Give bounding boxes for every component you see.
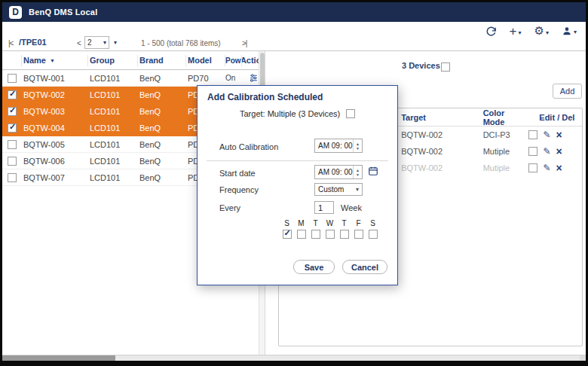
chevron-down-icon: ▾ [546, 29, 549, 37]
row-checkbox[interactable] [8, 90, 17, 99]
column-brand[interactable]: Brand [138, 55, 186, 66]
column-color-mode: Color Mode [474, 108, 527, 127]
row-checkbox-cell [2, 140, 22, 149]
device-group: LCD101 [88, 107, 138, 116]
weekday-checkbox[interactable] [283, 230, 292, 239]
refresh-button[interactable] [485, 26, 497, 37]
last-page-button[interactable]: >| [242, 39, 247, 47]
add-schedule-button[interactable]: Add [553, 84, 582, 99]
app-title: BenQ DMS Local [29, 8, 97, 17]
row-checkbox[interactable] [8, 107, 17, 116]
target-checkbox[interactable] [346, 109, 355, 118]
schedule-target: BQTW-002 [395, 163, 473, 172]
header-toolbar: + ▾ ⚙ ▾ ▾ |< /TPE01 < 2 ▾ ▾ 1 - 500 (tot… [2, 22, 586, 51]
device-brand: BenQ [138, 74, 186, 83]
row-checkbox[interactable] [8, 173, 17, 182]
spin-down-icon: ▼ [356, 146, 360, 151]
settings-button[interactable]: ⚙ ▾ [534, 25, 549, 37]
table-row[interactable]: BQTW-001 LCD101 BenQ PD70 On [2, 70, 265, 87]
row-checkbox[interactable] [8, 140, 17, 149]
save-button[interactable]: Save [293, 260, 335, 274]
weekday-label: T [341, 219, 346, 227]
refresh-icon [485, 26, 497, 37]
dialog-divider [207, 160, 388, 161]
weekday-label: S [370, 219, 375, 227]
every-unit-label: Week [341, 203, 362, 212]
sort-desc-icon: ▼ [50, 58, 55, 63]
add-device-button[interactable]: + ▾ [510, 26, 522, 37]
weekday-item: T [337, 219, 351, 239]
schedule-color-mode: DCI-P3 [474, 130, 527, 139]
column-name[interactable]: Name▼ [22, 55, 88, 66]
device-name: BQTW-004 [22, 124, 88, 133]
delete-icon[interactable]: × [556, 130, 562, 139]
calendar-icon [368, 166, 378, 176]
prev-page-button[interactable]: < [77, 39, 81, 47]
weekday-label: S [284, 219, 289, 227]
schedule-color-mode: Mutiple [474, 147, 527, 156]
device-model: PD70 [186, 74, 225, 83]
row-checkbox[interactable] [8, 157, 17, 166]
spinner-arrows[interactable]: ▲▼ [353, 166, 362, 178]
page-select-value: 2 [87, 38, 92, 47]
frequency-label: Frequency [219, 185, 259, 194]
weekday-checkbox[interactable] [326, 230, 335, 239]
account-button[interactable]: ▾ [562, 26, 577, 36]
breadcrumb[interactable]: /TPE01 [19, 38, 47, 47]
devices-select-checkbox[interactable] [441, 63, 450, 72]
weekday-item: M [294, 219, 308, 239]
horizontal-scrollbar-thumb[interactable] [2, 355, 115, 361]
delete-icon[interactable]: × [556, 147, 562, 156]
edit-icon[interactable]: ✎ [543, 163, 550, 173]
device-brand: BenQ [138, 90, 186, 99]
gear-icon: ⚙ [534, 25, 544, 37]
weekday-checkbox[interactable] [354, 230, 363, 239]
spinner-arrows[interactable]: ▲▼ [353, 139, 362, 152]
first-page-button[interactable]: |< [8, 39, 13, 47]
weekday-item: T [308, 219, 323, 239]
row-checkbox[interactable] [8, 74, 17, 83]
device-brand: BenQ [138, 107, 186, 116]
weekday-checkbox[interactable] [297, 230, 306, 239]
page-select[interactable]: 2 ▾ [84, 36, 109, 49]
chevron-down-icon[interactable]: ▾ [114, 39, 117, 47]
edit-icon[interactable]: ✎ [543, 130, 550, 140]
chevron-down-icon: ▾ [574, 29, 577, 36]
weekday-checkbox[interactable] [311, 230, 320, 239]
row-checkbox-cell [2, 124, 22, 133]
auto-calibration-time-value: AM 09: 00 [315, 142, 353, 150]
calendar-picker-button[interactable] [368, 166, 380, 178]
scrollbar-corner [580, 355, 586, 361]
chevron-down-icon: ▾ [103, 39, 106, 47]
weekday-checkbox[interactable] [340, 230, 349, 239]
device-brand: BenQ [138, 124, 186, 133]
spin-down-icon: ▼ [356, 172, 360, 177]
schedule-checkbox[interactable] [528, 163, 537, 172]
edit-icon[interactable]: ✎ [543, 146, 550, 157]
device-group: LCD101 [88, 173, 138, 182]
every-input[interactable] [314, 201, 334, 214]
horizontal-scrollbar[interactable] [2, 355, 586, 361]
every-label: Every [219, 203, 240, 212]
device-group: LCD101 [88, 90, 138, 99]
delete-icon[interactable]: × [556, 163, 562, 172]
dialog-target-line: Target: Multiple (3 Devices) [240, 109, 355, 118]
device-name: BQTW-007 [22, 173, 88, 182]
auto-calibration-time-spinner[interactable]: AM 09: 00 ▲▼ [314, 139, 363, 153]
start-date-time-spinner[interactable]: AM 09: 00 ▲▼ [314, 165, 363, 179]
device-brand: BenQ [138, 173, 186, 182]
column-model[interactable]: Model [186, 55, 225, 66]
chevron-down-icon: ▾ [356, 186, 359, 194]
schedule-target: BQTW-002 [395, 130, 473, 139]
weekday-checkbox[interactable] [369, 230, 378, 239]
frequency-select[interactable]: Custom ▾ [314, 183, 363, 196]
cancel-button[interactable]: Cancel [342, 260, 387, 274]
column-group[interactable]: Group [88, 55, 138, 66]
column-power[interactable]: Pow [225, 55, 242, 66]
device-name: BQTW-005 [22, 140, 88, 149]
row-checkbox[interactable] [8, 124, 17, 133]
schedule-checkbox[interactable] [528, 130, 537, 139]
user-icon [562, 26, 572, 36]
add-calibration-dialog: Add Calibration Scheduled Target: Multip… [197, 85, 398, 285]
schedule-checkbox[interactable] [528, 147, 537, 156]
